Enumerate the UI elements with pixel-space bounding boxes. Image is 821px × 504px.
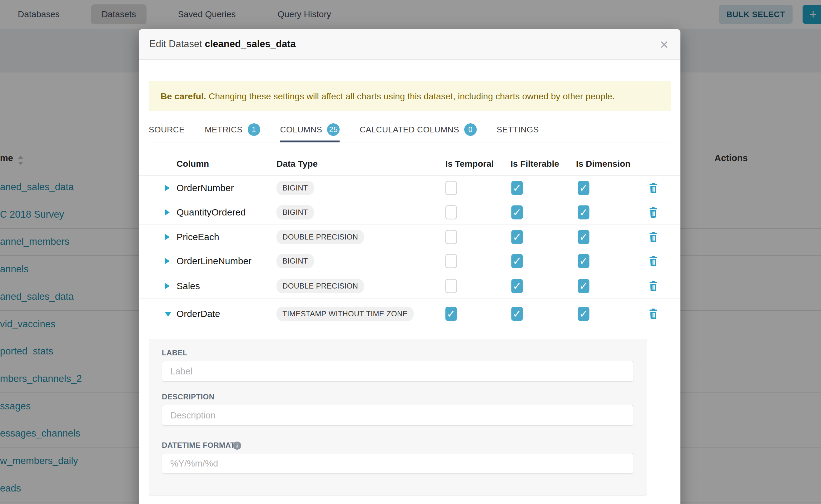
screen: DatabasesDatasetsSaved QueriesQuery Hist…	[0, 0, 821, 504]
delete-column-button[interactable]	[648, 207, 658, 218]
tab-label: COLUMNS	[280, 125, 322, 135]
is-temporal-checkbox[interactable]	[446, 181, 457, 195]
datetime-format-heading: DATETIME FORMAT	[162, 441, 235, 450]
tab-source[interactable]: SOURCE	[149, 117, 185, 142]
trash-icon	[648, 255, 658, 267]
description-heading: DESCRIPTION	[162, 393, 214, 401]
delete-column-button[interactable]	[648, 231, 658, 243]
tab-count-badge: 25	[327, 123, 339, 136]
description-input[interactable]	[162, 405, 634, 426]
trash-icon	[648, 207, 658, 218]
warning-text: Be careful. Changing these settings will…	[161, 91, 615, 101]
tab-metrics[interactable]: METRICS1	[205, 117, 260, 142]
column-header-is-dimension: Is Dimension	[576, 159, 631, 169]
column-row-priceeach: PriceEachDOUBLE PRECISION	[139, 225, 680, 249]
column-header-data-type: Data Type	[276, 159, 318, 169]
is-dimension-checkbox[interactable]	[578, 230, 590, 244]
column-header-column: Column	[176, 159, 209, 169]
expand-caret-icon[interactable]	[165, 283, 171, 289]
modal-dataset-name: cleaned_sales_data	[205, 38, 296, 49]
tab-label: SOURCE	[149, 125, 185, 135]
is-temporal-checkbox[interactable]	[446, 307, 457, 321]
column-row-ordernumber: OrderNumberBIGINT	[139, 176, 680, 200]
modal-title: Edit Dataset cleaned_sales_data	[149, 38, 296, 50]
tab-columns[interactable]: COLUMNS25	[280, 117, 340, 142]
is-dimension-checkbox[interactable]	[578, 307, 590, 321]
column-header-is-temporal: Is Temporal	[445, 159, 494, 169]
caret-right-icon	[165, 234, 170, 240]
column-row-quantityordered: QuantityOrderedBIGINT	[139, 200, 680, 225]
is-filterable-checkbox[interactable]	[512, 181, 523, 195]
is-filterable-checkbox[interactable]	[512, 254, 523, 268]
is-filterable-checkbox[interactable]	[512, 205, 523, 220]
warning-banner: Be careful. Changing these settings will…	[149, 81, 671, 111]
is-temporal-checkbox[interactable]	[446, 205, 457, 220]
trash-icon	[648, 231, 658, 243]
is-dimension-checkbox[interactable]	[578, 205, 590, 220]
expand-caret-icon[interactable]	[165, 234, 171, 240]
tab-count-badge: 0	[464, 123, 477, 136]
delete-column-button[interactable]	[648, 182, 658, 194]
datetime-format-input[interactable]	[162, 453, 634, 474]
expand-caret-icon[interactable]	[165, 258, 171, 264]
expand-caret-icon[interactable]	[165, 209, 171, 215]
delete-column-button[interactable]	[648, 280, 658, 292]
label-input[interactable]	[162, 361, 634, 382]
is-filterable-checkbox[interactable]	[512, 279, 523, 293]
trash-icon	[648, 308, 658, 319]
is-filterable-checkbox[interactable]	[512, 307, 523, 321]
modal-title-prefix: Edit Dataset	[149, 38, 202, 49]
caret-down-icon	[165, 312, 171, 317]
modal-header: Edit Dataset cleaned_sales_data ✕	[139, 29, 680, 60]
is-temporal-checkbox[interactable]	[446, 279, 457, 293]
column-row-orderdate: OrderDateTIMESTAMP WITHOUT TIME ZONE	[139, 299, 680, 329]
caret-right-icon	[165, 209, 170, 215]
collapse-caret-icon[interactable]	[165, 311, 171, 317]
data-type-pill: BIGINT	[276, 205, 314, 220]
is-temporal-checkbox[interactable]	[446, 254, 457, 268]
delete-column-button[interactable]	[648, 255, 658, 267]
caret-right-icon	[165, 185, 170, 191]
tab-label: CALCULATED COLUMNS	[359, 125, 459, 135]
data-type-pill: BIGINT	[276, 181, 314, 195]
columns-table-rows: OrderNumberBIGINTQuantityOrderedBIGINTPr…	[139, 175, 680, 329]
trash-icon	[648, 182, 658, 194]
data-type-pill: TIMESTAMP WITHOUT TIME ZONE	[276, 307, 414, 321]
caret-right-icon	[165, 258, 170, 264]
delete-column-button[interactable]	[648, 308, 658, 319]
is-filterable-checkbox[interactable]	[512, 230, 523, 244]
label-heading: LABEL	[162, 348, 187, 357]
trash-icon	[648, 280, 658, 292]
caret-right-icon	[165, 283, 170, 289]
column-editor-panel: LABEL DESCRIPTION DATETIME FORMAT i	[149, 339, 647, 496]
data-type-pill: DOUBLE PRECISION	[276, 230, 364, 244]
info-icon[interactable]: i	[233, 442, 241, 450]
column-name: OrderLineNumber	[176, 256, 251, 266]
close-icon[interactable]: ✕	[657, 37, 672, 52]
column-name: PriceEach	[176, 232, 219, 242]
tab-label: SETTINGS	[497, 125, 539, 135]
data-type-pill: BIGINT	[276, 254, 314, 268]
column-row-sales: SalesDOUBLE PRECISION	[139, 273, 680, 299]
modal-tabs: SOURCEMETRICS1COLUMNS25CALCULATED COLUMN…	[149, 117, 670, 142]
tab-calculated-columns[interactable]: CALCULATED COLUMNS0	[359, 117, 477, 142]
data-type-pill: DOUBLE PRECISION	[276, 279, 364, 293]
column-name: OrderNumber	[176, 183, 234, 193]
column-name: QuantityOrdered	[176, 207, 246, 218]
edit-dataset-modal: Edit Dataset cleaned_sales_data ✕ Be car…	[139, 29, 680, 504]
tab-count-badge: 1	[248, 123, 260, 136]
expand-caret-icon[interactable]	[165, 185, 171, 191]
column-header-is-filterable: Is Filterable	[511, 159, 559, 169]
column-row-orderlinenumber: OrderLineNumberBIGINT	[139, 249, 680, 273]
is-dimension-checkbox[interactable]	[578, 279, 590, 293]
is-dimension-checkbox[interactable]	[578, 254, 590, 268]
is-dimension-checkbox[interactable]	[578, 181, 590, 195]
tab-label: METRICS	[205, 125, 242, 135]
is-temporal-checkbox[interactable]	[446, 230, 457, 244]
tab-settings[interactable]: SETTINGS	[497, 117, 539, 142]
column-name: OrderDate	[176, 309, 220, 319]
column-name: Sales	[176, 281, 200, 291]
